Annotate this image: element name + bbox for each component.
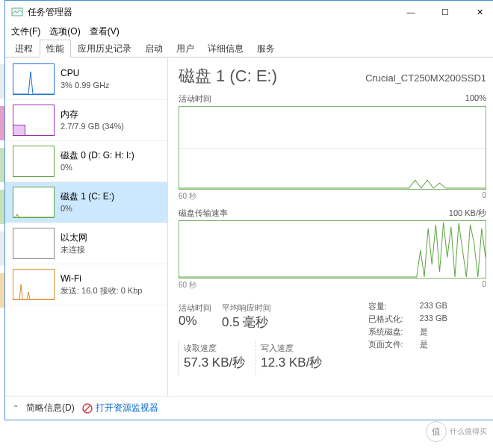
maximize-button[interactable]: ☐ [428,1,462,23]
resmon-icon [82,403,93,414]
app-icon [11,6,23,18]
disk-info-table: 容量:233 GB 已格式化:233 GB 系统磁盘:是 页面文件:是 [368,301,486,382]
tab-bar: 进程 性能 应用历史记录 启动 用户 详细信息 服务 [5,40,493,57]
active-time-chart[interactable] [179,106,486,190]
watermark: 值 什么值得买 [426,421,487,442]
sidebar-label: Wi-Fi [61,273,142,285]
sidebar-item-disk0[interactable]: 磁盘 0 (D: G: H: I:)0% [5,141,167,182]
tab-services[interactable]: 服务 [250,40,282,57]
cpu-thumb-icon [13,63,55,95]
chart2-label: 磁盘传输速率 [179,208,228,219]
tab-app-history[interactable]: 应用历史记录 [71,40,138,57]
close-button[interactable]: ✕ [462,1,493,23]
tab-startup[interactable]: 启动 [138,40,170,57]
sidebar-item-ethernet[interactable]: 以太网未连接 [5,223,167,264]
tab-performance[interactable]: 性能 [40,40,71,57]
wifi-thumb-icon [13,269,55,300]
sidebar-label: CPU [61,67,109,80]
sidebar-item-cpu[interactable]: CPU3% 0.99 GHz [5,59,167,100]
watermark-icon: 值 [426,421,447,442]
sidebar-label: 磁盘 1 (C: E:) [61,190,114,203]
menu-view[interactable]: 查看(V) [90,25,120,38]
chart1-label: 活动时间 [179,93,211,105]
fewer-details-link[interactable]: 简略信息(D) [26,402,75,414]
menubar: 文件(F) 选项(O) 查看(V) [5,23,493,40]
chart1-max: 100% [465,93,486,105]
stat-write-label: 写入速度 [261,343,322,354]
stat-write-val: 12.3 KB/秒 [261,354,322,371]
disk-model: Crucial_CT250MX200SSD1 [365,72,486,84]
ethernet-thumb-icon [13,228,55,259]
chart2-max: 100 KB/秒 [449,208,486,219]
disk-thumb-icon [13,146,55,177]
axis-left: 60 秒 [179,191,196,202]
sidebar-label: 以太网 [61,231,87,244]
titlebar[interactable]: 任务管理器 — ☐ ✕ [5,1,493,23]
stat-active-label: 活动时间 [179,302,211,314]
transfer-rate-chart[interactable] [179,220,486,279]
sidebar-item-wifi[interactable]: Wi-Fi发送: 16.0 接收: 0 Kbp [5,264,167,305]
tab-details[interactable]: 详细信息 [201,40,250,57]
page-title: 磁盘 1 (C: E:) [179,65,277,87]
chevron-up-icon[interactable]: ⌃ [13,404,19,412]
disk-thumb-icon [13,187,55,218]
main-panel: 磁盘 1 (C: E:) Crucial_CT250MX200SSD1 活动时间… [168,57,493,396]
stat-resp-label: 平均响应时间 [222,302,271,314]
sidebar-item-disk1[interactable]: 磁盘 1 (C: E:)0% [5,182,167,223]
svg-line-2 [84,405,90,411]
sidebar: CPU3% 0.99 GHz 内存2.7/7.9 GB (34%) 磁盘 0 (… [5,57,168,396]
svg-rect-0 [12,8,22,16]
axis-right: 0 [482,191,486,202]
sidebar-label: 内存 [61,108,124,121]
stat-read-val: 57.3 KB/秒 [184,354,245,371]
footer: ⌃ 简略信息(D) 打开资源监视器 [5,396,493,420]
sidebar-item-memory[interactable]: 内存2.7/7.9 GB (34%) [5,100,167,141]
task-manager-window: 任务管理器 — ☐ ✕ 文件(F) 选项(O) 查看(V) 进程 性能 应用历史… [4,0,493,420]
stat-active-val: 0% [179,314,211,329]
minimize-button[interactable]: — [394,1,428,23]
open-resmon-link[interactable]: 打开资源监视器 [82,402,158,414]
menu-file[interactable]: 文件(F) [11,25,40,38]
sidebar-label: 磁盘 0 (D: G: H: I:) [61,149,134,162]
window-title: 任务管理器 [28,6,394,19]
menu-options[interactable]: 选项(O) [49,25,80,38]
stat-resp-val: 0.5 毫秒 [222,314,271,331]
memory-thumb-icon [13,105,55,136]
tab-users[interactable]: 用户 [170,40,201,57]
tab-processes[interactable]: 进程 [8,40,40,57]
stat-read-label: 读取速度 [184,343,245,354]
